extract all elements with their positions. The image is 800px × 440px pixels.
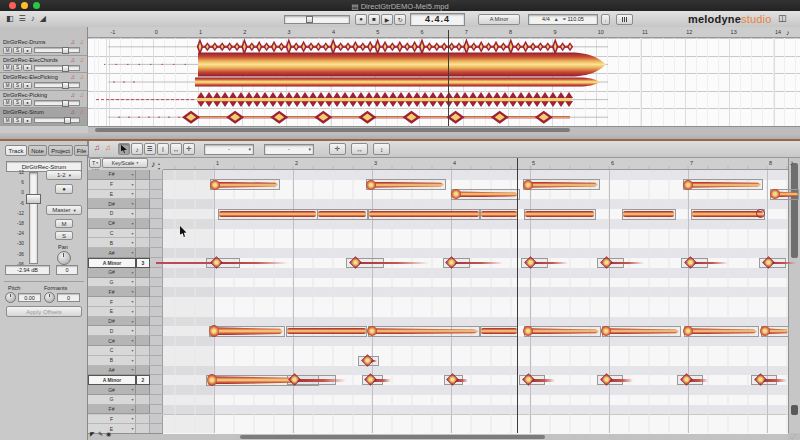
grid-row[interactable] xyxy=(163,219,788,229)
grid-row[interactable] xyxy=(163,248,788,258)
note-blob-tail[interactable] xyxy=(693,262,728,265)
arrangement-playhead[interactable] xyxy=(448,30,449,126)
auto-scroll-button[interactable]: ✛ xyxy=(329,143,346,155)
note-blob-head[interactable] xyxy=(523,180,533,190)
grid-row[interactable] xyxy=(163,346,788,356)
formants-value-field[interactable]: 0 xyxy=(57,293,80,302)
track-mute-button[interactable]: M xyxy=(3,99,12,106)
note-row-label[interactable]: D▾ xyxy=(88,209,136,219)
note-row-label[interactable]: G#▾ xyxy=(88,385,136,395)
tempo-slider[interactable] xyxy=(284,15,350,24)
tab-project[interactable]: Project xyxy=(48,145,73,156)
song-position-display[interactable]: 4.4.4 xyxy=(410,13,465,26)
track-solo-button[interactable]: S xyxy=(13,82,22,89)
note-row-label[interactable]: F▾ xyxy=(88,180,136,190)
note-blob[interactable] xyxy=(623,211,674,217)
track-solo-button[interactable]: S xyxy=(55,231,73,240)
track-volume-slider[interactable] xyxy=(34,100,80,106)
mixer-icon[interactable]: ☰ xyxy=(19,14,26,23)
tap-tempo-button[interactable]: , xyxy=(601,14,610,25)
note-blob[interactable] xyxy=(156,262,212,264)
grid-row[interactable] xyxy=(163,385,788,395)
horizontal-zoom-button[interactable]: ↔ xyxy=(351,143,368,155)
note-row-label[interactable]: E▾ xyxy=(88,190,136,200)
edit-pitch-notes-icon[interactable]: ♫ xyxy=(71,57,76,63)
grid-row[interactable] xyxy=(163,278,788,288)
apply-offsets-button[interactable]: Apply Offsets xyxy=(6,306,82,317)
key-selector[interactable]: A Minor xyxy=(478,14,520,25)
note-row-label[interactable]: A Minor xyxy=(88,375,136,385)
editor-hscrollbar[interactable] xyxy=(88,433,788,440)
tempo-slider-thumb[interactable] xyxy=(306,16,313,23)
input-selector[interactable]: 1-2▾ xyxy=(46,170,82,180)
pitch-knob[interactable] xyxy=(5,292,16,303)
note-blob[interactable] xyxy=(692,211,763,217)
note-row-label[interactable]: D#▾ xyxy=(88,317,136,327)
grid-row[interactable] xyxy=(163,405,788,415)
grid-row[interactable] xyxy=(163,238,788,248)
editor-playhead[interactable] xyxy=(517,158,518,433)
note-row-label[interactable]: C▾ xyxy=(88,346,136,356)
arrangement-lanes[interactable] xyxy=(88,38,800,126)
edit-time-notes-icon[interactable]: ♫ xyxy=(80,57,85,63)
track-record-button[interactable]: ● xyxy=(23,82,32,89)
note-blob[interactable] xyxy=(318,211,366,217)
edit-pitch-notes-icon[interactable]: ♫ xyxy=(71,109,76,115)
note-row-label[interactable]: G#▾ xyxy=(88,268,136,278)
edit-time-notes-icon[interactable]: ♫ xyxy=(105,145,111,151)
note-blob-tail[interactable] xyxy=(297,379,346,382)
section-divider[interactable] xyxy=(0,133,800,141)
note-row-label[interactable]: F▾ xyxy=(88,297,136,307)
track-header[interactable]: DirGtrRec-Strum♫♫MS● xyxy=(0,108,87,126)
note-blob[interactable] xyxy=(481,211,517,217)
note-row-label[interactable]: F#▾ xyxy=(88,405,136,415)
track-volume-thumb[interactable] xyxy=(62,100,69,107)
track-mute-button[interactable]: M xyxy=(55,219,73,228)
grid-row[interactable] xyxy=(163,268,788,278)
note-row-label[interactable]: D#▾ xyxy=(88,199,136,209)
note-blob-head[interactable] xyxy=(210,180,220,190)
grid-row[interactable] xyxy=(163,395,788,405)
vertical-zoom-button[interactable]: ↕ xyxy=(373,143,390,155)
note-blob-tail[interactable] xyxy=(358,262,429,265)
arrangement-hscrollbar[interactable] xyxy=(88,126,800,133)
tempo-value[interactable]: = 110.05 xyxy=(563,16,584,22)
pitch-value-field[interactable]: 0.00 xyxy=(18,293,41,302)
note-blob-head[interactable] xyxy=(366,180,376,190)
edit-time-notes-icon[interactable]: ♫ xyxy=(80,74,85,80)
pan-value-display[interactable]: 0 xyxy=(56,265,78,275)
note-row-label[interactable]: C▾ xyxy=(88,229,136,239)
note-row-label[interactable]: F#▾ xyxy=(88,287,136,297)
note-row-label[interactable]: B▾ xyxy=(88,356,136,366)
arrangement-hscrollbar-thumb[interactable] xyxy=(95,128,570,132)
formants-knob[interactable] xyxy=(44,292,55,303)
level-display[interactable]: -2.94 dB xyxy=(5,265,50,275)
edit-pitch-notes-icon[interactable]: ♫ xyxy=(71,39,76,45)
note-blob[interactable] xyxy=(369,211,479,217)
track-record-button[interactable]: ● xyxy=(23,99,32,106)
timing-tool-button[interactable]: ↔ xyxy=(170,143,182,155)
groove-button[interactable] xyxy=(616,14,633,25)
grid-row[interactable] xyxy=(163,307,788,317)
main-tool-button[interactable] xyxy=(118,143,130,155)
grid-row[interactable] xyxy=(163,424,788,434)
note-blob[interactable] xyxy=(481,328,517,334)
edit-time-notes-icon[interactable]: ♫ xyxy=(80,92,85,98)
track-record-button[interactable]: ● xyxy=(55,184,73,194)
tab-track[interactable]: Track xyxy=(5,145,27,156)
editor-hscrollbar-thumb[interactable] xyxy=(240,435,545,439)
grid-row[interactable] xyxy=(163,297,788,307)
keyscale-dropdown[interactable]: Key/Scale▾ xyxy=(102,158,148,168)
note-blob[interactable] xyxy=(219,211,316,217)
formant-tool-button[interactable]: ☰ xyxy=(144,143,156,155)
editor-note-icon[interactable]: ♪ xyxy=(790,159,794,166)
track-volume-slider[interactable] xyxy=(34,117,80,123)
note-row-label[interactable]: A#▾ xyxy=(88,366,136,376)
track-volume-slider[interactable] xyxy=(34,65,80,71)
editor-ruler[interactable]: 12345678 xyxy=(163,158,788,170)
track-mute-button[interactable]: M xyxy=(3,82,12,89)
note-row-label[interactable]: F#▾ xyxy=(88,170,136,180)
grid-row[interactable] xyxy=(163,287,788,297)
edit-time-notes-icon[interactable]: ♫ xyxy=(80,39,85,45)
pan-knob[interactable] xyxy=(57,251,71,265)
